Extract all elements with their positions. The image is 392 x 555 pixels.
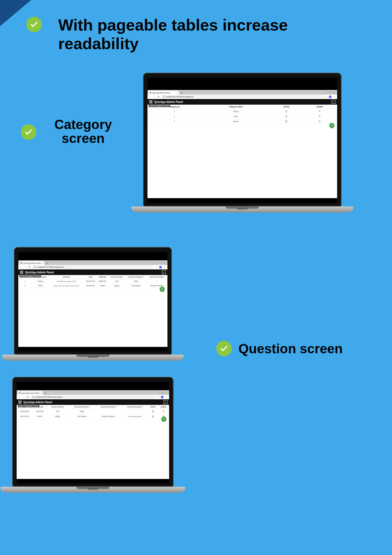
cell: Wings <box>108 284 125 288</box>
tab-title: Quiz App Admin Panel <box>21 392 39 394</box>
browser-menu-icon[interactable]: ⋮ <box>164 266 166 268</box>
laptop-brand: MacBook <box>88 355 98 358</box>
headline-text: With pageable tables increase readabilit… <box>58 16 363 53</box>
window-close[interactable]: × <box>165 392 166 394</box>
cell: False <box>126 279 147 284</box>
hamburger-menu-icon[interactable] <box>149 100 152 104</box>
window-minimize[interactable]: – <box>156 262 157 264</box>
window-close[interactable]: × <box>163 262 165 264</box>
nav-reload-icon[interactable]: ⟳ <box>28 266 30 269</box>
cell: Seventh Heaven <box>146 284 167 288</box>
category-table: Category Id Category Name Delete Update … <box>147 105 337 124</box>
tab-close-icon[interactable]: × <box>40 392 42 394</box>
nav-back-icon[interactable]: ← <box>20 266 22 269</box>
home-icon[interactable]: ⌂ <box>164 400 167 404</box>
col-correct: Correct Answer <box>108 275 125 279</box>
trash-icon[interactable]: 🗑 <box>285 110 287 113</box>
col-update: Update <box>158 405 169 409</box>
new-tab-button[interactable]: + <box>45 261 49 265</box>
site-info-icon: ⓘ <box>163 95 165 98</box>
new-tab-button[interactable]: + <box>44 391 47 395</box>
pencil-icon[interactable]: ✎ <box>319 110 321 113</box>
add-fab-button[interactable]: + <box>329 123 334 128</box>
col-delete: Delete <box>271 105 302 109</box>
hamburger-menu-icon[interactable] <box>18 400 22 404</box>
plus-icon: + <box>163 417 165 421</box>
cell: Seventh Heaven <box>95 414 121 419</box>
window-maximize[interactable]: □ <box>161 392 163 394</box>
pencil-icon[interactable]: ✎ <box>319 115 321 118</box>
cell: Did World War I begin in 1914? <box>49 279 84 284</box>
tab-title: Quiz App Admin Panel <box>23 262 41 264</box>
url-text: localhost:57902/#!/question <box>37 266 64 268</box>
browser-tab[interactable]: Quiz App Admin Panel × <box>18 391 43 395</box>
table-row: 3 Books 🗑 ✎ <box>147 119 337 124</box>
col-correct: Correct Answer <box>47 405 69 409</box>
bookmark-star-icon[interactable]: ☆ <box>325 95 327 98</box>
app-header: Open navigation menu QuizApp Admin Panel… <box>17 399 169 405</box>
nav-forward-icon[interactable]: → <box>153 95 156 98</box>
cell: - <box>121 409 148 414</box>
col-delete: Delete <box>148 405 158 409</box>
new-tab-button[interactable]: + <box>180 91 183 94</box>
trash-icon[interactable]: 🗑 <box>285 120 287 123</box>
table-row: 1 History 🗑 ✎ <box>147 109 337 114</box>
col-inc1: Incorrect Answer-1 <box>69 405 95 409</box>
pencil-icon[interactable]: ✎ <box>163 410 165 413</box>
window-maximize[interactable]: □ <box>160 262 161 264</box>
app-header: Open navigation menu QuizApp Admin Panel… <box>18 269 167 275</box>
window-minimize[interactable]: – <box>158 392 159 394</box>
bookmark-star-icon[interactable]: ☆ <box>157 396 159 398</box>
cell: False <box>69 409 95 414</box>
laptop-category: Quiz App Admin Panel × + – □ × ← → <box>143 73 342 213</box>
browser-menu-icon[interactable]: ⋮ <box>333 95 335 98</box>
nav-reload-icon[interactable]: ⟳ <box>27 396 29 398</box>
trash-icon[interactable]: 🗑 <box>152 410 154 413</box>
cell-id: 3 <box>147 119 201 124</box>
profile-avatar-icon[interactable] <box>159 266 162 269</box>
browser-tab[interactable]: Quiz App Admin Panel × <box>149 91 179 95</box>
add-fab-button[interactable]: + <box>160 287 165 292</box>
window-maximize[interactable]: □ <box>329 91 331 94</box>
tab-favicon <box>19 392 21 394</box>
profile-avatar-icon[interactable] <box>161 396 164 398</box>
address-bar[interactable]: ⓘ localhost:57902/#!/question <box>32 265 154 269</box>
nav-back-icon[interactable]: ← <box>149 95 152 98</box>
app-title: QuizApp Admin Panel <box>154 100 183 104</box>
cell: The Racket <box>69 414 95 419</box>
laptop-question-right: Quiz App Admin Panel × + – □ × ← → <box>12 377 174 493</box>
pencil-icon[interactable]: ✎ <box>319 120 321 123</box>
app-title: QuizApp Admin Panel <box>25 271 54 274</box>
window-close[interactable]: × <box>333 91 334 94</box>
home-icon[interactable]: ⌂ <box>162 270 166 274</box>
trash-icon[interactable]: 🗑 <box>285 115 287 118</box>
trash-icon[interactable]: 🗑 <box>152 415 154 418</box>
col-update: Update <box>302 105 337 109</box>
nav-reload-icon[interactable]: ⟳ <box>157 95 160 98</box>
nav-forward-icon[interactable]: → <box>22 396 25 398</box>
add-fab-button[interactable]: + <box>161 417 166 422</box>
cell: MEDIUM <box>33 409 47 414</box>
browser-tab[interactable]: Quiz App Admin Panel × <box>19 261 44 265</box>
nav-back-icon[interactable]: ← <box>18 396 21 398</box>
window-minimize[interactable]: – <box>326 91 327 94</box>
cell: Wings <box>47 414 69 419</box>
address-bar[interactable]: ⓘ localhost:57902/#!/category <box>161 95 324 99</box>
home-icon[interactable]: ⌂ <box>332 100 335 104</box>
bookmark-star-icon[interactable]: ☆ <box>156 266 157 268</box>
nav-forward-icon[interactable]: → <box>24 266 27 269</box>
tab-close-icon[interactable]: × <box>177 92 178 94</box>
category-label-line1: Category <box>44 118 122 132</box>
browser-menu-icon[interactable]: ⋮ <box>165 396 167 398</box>
app-title: QuizApp Admin Panel <box>23 401 52 404</box>
cell: History <box>32 279 49 284</box>
category-label-line2: screen <box>44 132 122 145</box>
plus-icon: + <box>331 123 333 127</box>
col-question: Question <box>49 275 84 279</box>
table-row: 2 Films Which movie won Academy Oscar aw… <box>18 284 167 288</box>
profile-avatar-icon[interactable] <box>329 95 332 98</box>
url-text: localhost:57902/#!/category <box>166 95 194 98</box>
hamburger-menu-icon[interactable] <box>20 271 23 274</box>
address-bar[interactable]: ⓘ localhost:57902/#!/question <box>30 395 156 399</box>
tab-close-icon[interactable]: × <box>42 262 43 264</box>
